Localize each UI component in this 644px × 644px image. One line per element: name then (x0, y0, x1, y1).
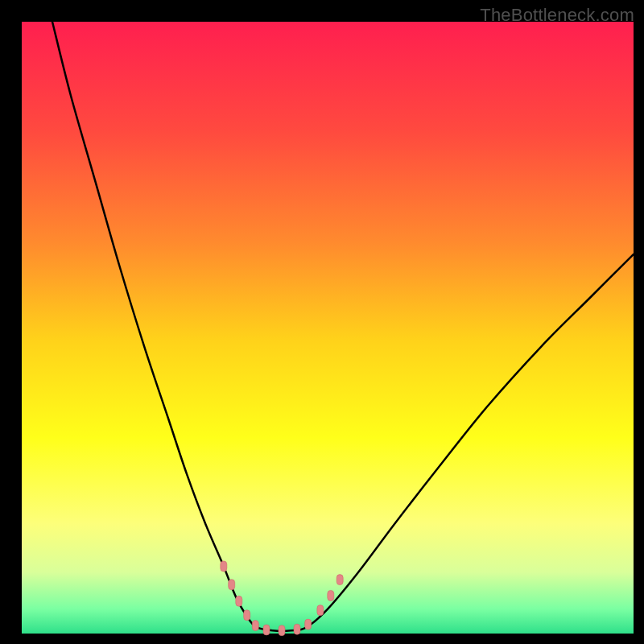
curve-marker (294, 624, 300, 634)
curve-marker (221, 561, 227, 572)
chart-stage: TheBottleneck.com (0, 0, 644, 644)
gradient-background (22, 22, 634, 634)
bottleneck-chart (22, 22, 634, 634)
curve-marker (236, 596, 242, 606)
curve-marker (229, 580, 235, 590)
curve-marker (279, 625, 285, 636)
curve-marker (317, 605, 324, 616)
curve-marker (252, 621, 258, 631)
curve-marker (328, 590, 334, 601)
curve-marker (305, 619, 312, 630)
curve-marker (263, 625, 270, 635)
curve-marker (244, 610, 250, 621)
curve-marker (336, 575, 343, 585)
